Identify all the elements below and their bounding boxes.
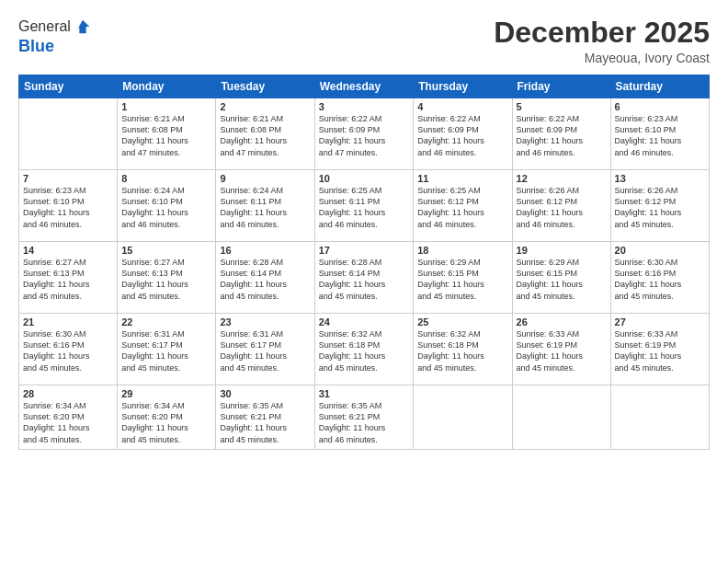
cell-content: Sunrise: 6:26 AMSunset: 6:12 PMDaylight:… [517,185,607,230]
month-title: December 2025 [494,17,710,49]
logo-icon [73,17,93,37]
cell-content: Sunrise: 6:32 AMSunset: 6:18 PMDaylight:… [417,328,507,373]
svg-marker-0 [76,20,90,34]
calendar-cell: 1Sunrise: 6:21 AMSunset: 6:08 PMDaylight… [118,98,216,170]
cell-content: Sunrise: 6:35 AMSunset: 6:21 PMDaylight:… [220,400,310,445]
cell-content: Sunrise: 6:21 AMSunset: 6:08 PMDaylight:… [220,113,310,158]
cell-content: Sunrise: 6:30 AMSunset: 6:16 PMDaylight:… [615,257,705,302]
day-number: 29 [121,388,211,399]
calendar-cell: 5Sunrise: 6:22 AMSunset: 6:09 PMDaylight… [512,98,610,170]
calendar-cell [414,385,512,450]
calendar-week-row: 7Sunrise: 6:23 AMSunset: 6:10 PMDaylight… [19,170,710,242]
calendar-cell [610,385,709,450]
calendar-cell: 11Sunrise: 6:25 AMSunset: 6:12 PMDayligh… [414,170,512,242]
calendar-cell: 30Sunrise: 6:35 AMSunset: 6:21 PMDayligh… [216,385,314,450]
calendar-cell: 22Sunrise: 6:31 AMSunset: 6:17 PMDayligh… [118,314,216,385]
day-number: 12 [517,173,607,184]
day-number: 26 [517,316,607,327]
cell-content: Sunrise: 6:34 AMSunset: 6:20 PMDaylight:… [121,400,211,445]
cell-content: Sunrise: 6:33 AMSunset: 6:19 PMDaylight:… [517,328,607,373]
calendar-cell [512,385,610,450]
calendar-cell: 28Sunrise: 6:34 AMSunset: 6:20 PMDayligh… [19,385,118,450]
cell-content: Sunrise: 6:32 AMSunset: 6:18 PMDaylight:… [319,328,410,373]
cell-content: Sunrise: 6:29 AMSunset: 6:15 PMDaylight:… [417,257,507,302]
cell-content: Sunrise: 6:27 AMSunset: 6:13 PMDaylight:… [23,257,113,302]
calendar-cell: 14Sunrise: 6:27 AMSunset: 6:13 PMDayligh… [19,242,118,314]
day-header-sunday: Sunday [19,75,118,98]
day-number: 22 [121,316,211,327]
cell-content: Sunrise: 6:24 AMSunset: 6:10 PMDaylight:… [121,185,211,230]
cell-content: Sunrise: 6:33 AMSunset: 6:19 PMDaylight:… [615,328,705,373]
cell-content: Sunrise: 6:28 AMSunset: 6:14 PMDaylight:… [319,257,410,302]
calendar-cell: 6Sunrise: 6:23 AMSunset: 6:10 PMDaylight… [610,98,709,170]
cell-content: Sunrise: 6:27 AMSunset: 6:13 PMDaylight:… [121,257,211,302]
calendar-cell: 21Sunrise: 6:30 AMSunset: 6:16 PMDayligh… [19,314,118,385]
calendar-cell: 15Sunrise: 6:27 AMSunset: 6:13 PMDayligh… [118,242,216,314]
day-number: 5 [517,101,607,112]
day-number: 24 [319,316,410,327]
calendar-table: SundayMondayTuesdayWednesdayThursdayFrid… [18,75,710,450]
calendar-cell: 31Sunrise: 6:35 AMSunset: 6:21 PMDayligh… [314,385,414,450]
day-number: 21 [23,316,113,327]
day-number: 19 [517,245,607,256]
cell-content: Sunrise: 6:22 AMSunset: 6:09 PMDaylight:… [517,113,607,158]
cell-content: Sunrise: 6:25 AMSunset: 6:12 PMDaylight:… [417,185,507,230]
day-number: 30 [220,388,310,399]
calendar-cell: 13Sunrise: 6:26 AMSunset: 6:12 PMDayligh… [610,170,709,242]
day-header-tuesday: Tuesday [216,75,314,98]
day-number: 1 [121,101,211,112]
cell-content: Sunrise: 6:34 AMSunset: 6:20 PMDaylight:… [23,400,113,445]
day-number: 28 [23,388,113,399]
calendar-cell: 20Sunrise: 6:30 AMSunset: 6:16 PMDayligh… [610,242,709,314]
calendar-cell: 4Sunrise: 6:22 AMSunset: 6:09 PMDaylight… [414,98,512,170]
logo-general-text: General [18,18,71,35]
cell-content: Sunrise: 6:31 AMSunset: 6:17 PMDaylight:… [220,328,310,373]
calendar-header-row: SundayMondayTuesdayWednesdayThursdayFrid… [19,75,710,98]
day-number: 6 [615,101,705,112]
day-number: 11 [417,173,507,184]
day-header-thursday: Thursday [414,75,512,98]
calendar-cell: 3Sunrise: 6:22 AMSunset: 6:09 PMDaylight… [314,98,414,170]
day-number: 16 [220,245,310,256]
day-number: 13 [615,173,705,184]
cell-content: Sunrise: 6:35 AMSunset: 6:21 PMDaylight:… [319,400,410,445]
day-header-wednesday: Wednesday [314,75,414,98]
day-number: 10 [319,173,410,184]
calendar-cell: 24Sunrise: 6:32 AMSunset: 6:18 PMDayligh… [314,314,414,385]
cell-content: Sunrise: 6:25 AMSunset: 6:11 PMDaylight:… [319,185,410,230]
cell-content: Sunrise: 6:21 AMSunset: 6:08 PMDaylight:… [121,113,211,158]
calendar-cell: 23Sunrise: 6:31 AMSunset: 6:17 PMDayligh… [216,314,314,385]
calendar-cell: 2Sunrise: 6:21 AMSunset: 6:08 PMDaylight… [216,98,314,170]
logo-blue-text: Blue [18,37,54,55]
day-header-saturday: Saturday [610,75,709,98]
day-number: 15 [121,245,211,256]
calendar-cell: 10Sunrise: 6:25 AMSunset: 6:11 PMDayligh… [314,170,414,242]
page: General Blue December 2025 Mayeoua, Ivor… [0,0,728,563]
day-header-monday: Monday [118,75,216,98]
day-number: 14 [23,245,113,256]
cell-content: Sunrise: 6:22 AMSunset: 6:09 PMDaylight:… [319,113,410,158]
cell-content: Sunrise: 6:22 AMSunset: 6:09 PMDaylight:… [417,113,507,158]
day-number: 7 [23,173,113,184]
day-number: 4 [417,101,507,112]
day-number: 3 [319,101,410,112]
calendar-cell [19,98,118,170]
header: General Blue December 2025 Mayeoua, Ivor… [18,17,710,65]
calendar-week-row: 21Sunrise: 6:30 AMSunset: 6:16 PMDayligh… [19,314,710,385]
calendar-week-row: 14Sunrise: 6:27 AMSunset: 6:13 PMDayligh… [19,242,710,314]
calendar-cell: 17Sunrise: 6:28 AMSunset: 6:14 PMDayligh… [314,242,414,314]
calendar-cell: 25Sunrise: 6:32 AMSunset: 6:18 PMDayligh… [414,314,512,385]
day-number: 2 [220,101,310,112]
day-number: 25 [417,316,507,327]
day-header-friday: Friday [512,75,610,98]
day-number: 9 [220,173,310,184]
cell-content: Sunrise: 6:29 AMSunset: 6:15 PMDaylight:… [517,257,607,302]
calendar-week-row: 1Sunrise: 6:21 AMSunset: 6:08 PMDaylight… [19,98,710,170]
logo: General Blue [18,17,93,56]
calendar-cell: 16Sunrise: 6:28 AMSunset: 6:14 PMDayligh… [216,242,314,314]
cell-content: Sunrise: 6:24 AMSunset: 6:11 PMDaylight:… [220,185,310,230]
day-number: 20 [615,245,705,256]
day-number: 17 [319,245,410,256]
calendar-week-row: 28Sunrise: 6:34 AMSunset: 6:20 PMDayligh… [19,385,710,450]
calendar-cell: 27Sunrise: 6:33 AMSunset: 6:19 PMDayligh… [610,314,709,385]
